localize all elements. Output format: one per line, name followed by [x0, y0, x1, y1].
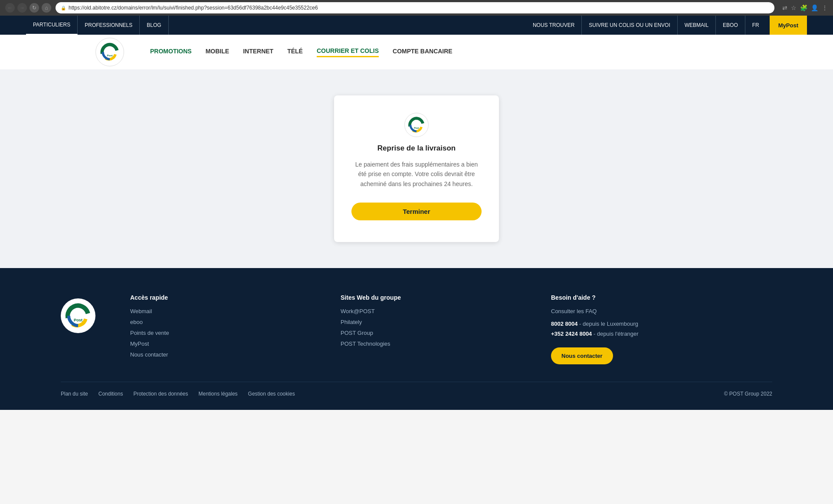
top-nav-left: PARTICULIERS PROFESSIONNELS BLOG	[26, 16, 169, 35]
logo-area: Post	[95, 38, 124, 66]
footer: Post Accès rapide Webmail eboo Points de…	[0, 268, 833, 410]
card-post-logo: Post	[407, 115, 426, 134]
footer-contact-button[interactable]: Nous contacter	[551, 347, 613, 364]
footer-link-eboo[interactable]: eboo	[130, 319, 315, 325]
browser-actions: ⇄ ☆ 🧩 👤 ⋮	[782, 4, 828, 11]
footer-link-post-technologies[interactable]: POST Technologies	[341, 340, 525, 347]
nav-courrier-colis[interactable]: COURRIER ET COLIS	[317, 47, 379, 57]
footer-bottom-links: Plan du site Conditions Protection des d…	[61, 391, 295, 397]
footer-link-webmail[interactable]: Webmail	[130, 308, 315, 314]
post-logo-svg: Post	[99, 41, 121, 63]
menu-icon[interactable]: ⋮	[822, 4, 828, 11]
footer-plan-site[interactable]: Plan du site	[61, 391, 88, 397]
top-nav-professionnels[interactable]: PROFESSIONNELS	[78, 16, 140, 35]
nav-internet[interactable]: INTERNET	[243, 48, 273, 56]
top-nav-suivre-colis[interactable]: SUIVRE UN COLIS OU UN ENVOI	[582, 16, 677, 35]
logo-circle: Post	[95, 38, 124, 66]
footer-acces-rapide-title: Accès rapide	[130, 294, 315, 301]
footer-help: Besoin d'aide ? Consulter les FAQ 8002 8…	[551, 294, 772, 364]
forward-button[interactable]: →	[17, 3, 27, 13]
nav-tele[interactable]: TÉLÉ	[287, 48, 303, 56]
main-content: Post Reprise de la livraison Le paiement…	[0, 69, 833, 268]
footer-post-logo: Post	[63, 301, 93, 331]
nav-mobile[interactable]: MOBILE	[206, 48, 229, 56]
main-header: Post PROMOTIONS MOBILE INTERNET TÉLÉ COU…	[0, 35, 833, 69]
top-nav-webmail[interactable]: WEBMAIL	[678, 16, 716, 35]
footer-link-philately[interactable]: Philately	[341, 319, 525, 325]
footer-link-points-vente[interactable]: Points de vente	[130, 330, 315, 336]
footer-link-workpost[interactable]: Work@POST	[341, 308, 525, 314]
extensions-icon[interactable]: 🧩	[800, 4, 807, 11]
top-nav-right: NOUS TROUVER SUIVRE UN COLIS OU UN ENVOI…	[526, 16, 807, 35]
card-text: Le paiement des frais supplémentaires a …	[351, 160, 482, 189]
top-nav-eboo[interactable]: EBOO	[716, 16, 745, 35]
bookmark-icon[interactable]: ☆	[791, 4, 797, 11]
confirmation-card: Post Reprise de la livraison Le paiement…	[334, 95, 499, 242]
svg-text:Post: Post	[414, 127, 419, 129]
footer-protection-donnees[interactable]: Protection des données	[133, 391, 188, 397]
translate-icon[interactable]: ⇄	[782, 4, 787, 11]
card-logo: Post	[404, 113, 429, 137]
footer-mentions-legales[interactable]: Mentions légales	[199, 391, 238, 397]
footer-logo-circle: Post	[61, 298, 95, 333]
avatar-icon[interactable]: 👤	[811, 4, 818, 11]
top-navigation: PARTICULIERS PROFESSIONNELS BLOG NOUS TR…	[0, 16, 833, 35]
address-bar[interactable]: 🔒 https://old.abitotre.cz/domains/error/…	[56, 2, 774, 13]
footer-acces-rapide: Accès rapide Webmail eboo Points de vent…	[130, 294, 315, 364]
reload-button[interactable]: ↻	[30, 3, 39, 13]
footer-faq: Consulter les FAQ	[551, 308, 772, 314]
browser-nav-buttons: ← → ↻ ⌂	[5, 3, 51, 13]
footer-copyright: © POST Group 2022	[724, 391, 772, 397]
footer-sites-groupe: Sites Web du groupe Work@POST Philately …	[341, 294, 525, 364]
top-nav-nous-trouver[interactable]: NOUS TROUVER	[526, 16, 582, 35]
mypost-button[interactable]: MyPost	[770, 16, 807, 35]
footer-conditions[interactable]: Conditions	[98, 391, 123, 397]
back-button[interactable]: ←	[5, 3, 15, 13]
top-nav-blog[interactable]: BLOG	[140, 16, 168, 35]
footer-main: Post Accès rapide Webmail eboo Points de…	[61, 294, 772, 382]
main-nav: PROMOTIONS MOBILE INTERNET TÉLÉ COURRIER…	[150, 47, 453, 57]
footer-bottom: Plan du site Conditions Protection des d…	[61, 382, 772, 397]
footer-gestion-cookies[interactable]: Gestion des cookies	[248, 391, 295, 397]
home-button[interactable]: ⌂	[42, 3, 51, 13]
footer-link-mypost[interactable]: MyPost	[130, 340, 315, 347]
footer-phone2: +352 2424 8004 - depuis l'étranger	[551, 331, 772, 337]
footer-link-nous-contacter-acces[interactable]: Nous contacter	[130, 351, 315, 358]
nav-promotions[interactable]: PROMOTIONS	[150, 48, 192, 56]
svg-text:Post: Post	[74, 318, 82, 323]
nav-compte-bancaire[interactable]: COMPTE BANCAIRE	[393, 48, 453, 56]
browser-chrome: ← → ↻ ⌂ 🔒 https://old.abitotre.cz/domain…	[0, 0, 833, 16]
footer-phone1: 8002 8004 - depuis le Luxembourg	[551, 321, 772, 327]
top-nav-particuliers[interactable]: PARTICULIERS	[26, 16, 78, 35]
url-text: https://old.abitotre.cz/domains/error/lm…	[69, 5, 318, 11]
footer-help-title: Besoin d'aide ?	[551, 294, 772, 301]
footer-logo-area: Post	[61, 294, 95, 364]
svg-text:Post: Post	[107, 54, 112, 57]
card-title: Reprise de la livraison	[377, 144, 456, 153]
footer-link-post-group[interactable]: POST Group	[341, 330, 525, 336]
top-nav-wrapper: PARTICULIERS PROFESSIONNELS BLOG NOUS TR…	[0, 16, 833, 35]
terminer-button[interactable]: Terminer	[351, 203, 482, 220]
footer-sites-groupe-title: Sites Web du groupe	[341, 294, 525, 301]
lock-icon: 🔒	[61, 6, 66, 10]
top-nav-lang[interactable]: FR	[745, 16, 766, 35]
